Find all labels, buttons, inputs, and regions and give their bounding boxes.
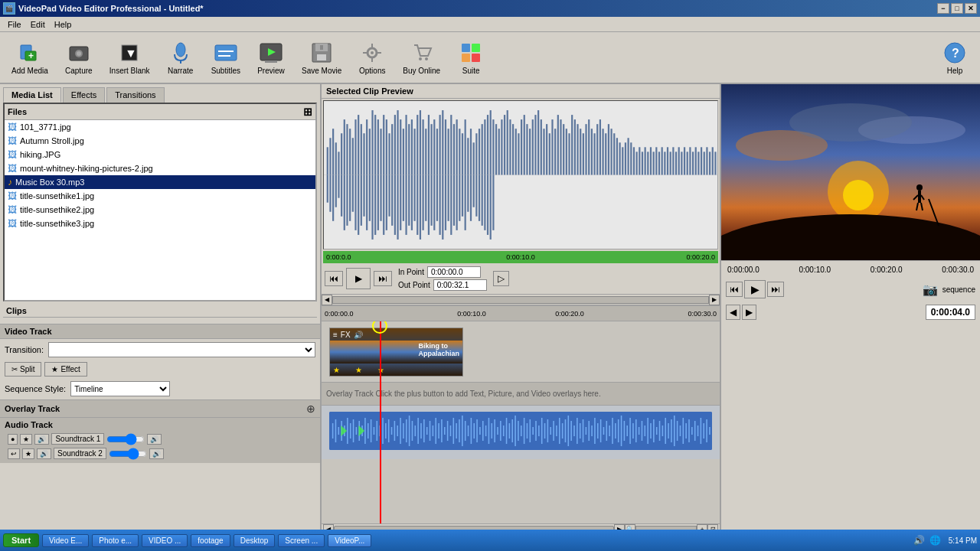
overlay-add-button[interactable]: ⊕ xyxy=(306,403,315,415)
svg-rect-312 xyxy=(556,425,557,436)
svg-rect-202 xyxy=(403,175,404,221)
svg-rect-10 xyxy=(215,45,237,60)
files-expand-icon[interactable]: ⊞ xyxy=(303,106,312,118)
maximize-button[interactable]: □ xyxy=(951,3,963,14)
svg-rect-364 xyxy=(709,427,710,435)
file-item-7[interactable]: 🖼 title-sunsethike3.jpg xyxy=(5,217,315,230)
menu-edit[interactable]: Edit xyxy=(26,18,50,31)
scroll-right-btn[interactable]: ▶ xyxy=(709,295,720,305)
svg-rect-341 xyxy=(642,421,643,441)
help-button[interactable]: ? Help xyxy=(936,37,974,79)
svg-rect-279 xyxy=(459,419,460,442)
menu-help[interactable]: Help xyxy=(50,18,77,31)
clip-audio-btn[interactable]: 🔊 xyxy=(354,331,363,339)
svg-rect-324 xyxy=(591,425,593,436)
insert-blank-button[interactable]: ▼ Insert Blank xyxy=(104,37,155,79)
capture-button[interactable]: Capture xyxy=(60,37,98,79)
preview-go-start-btn[interactable]: ⏮ xyxy=(726,282,743,297)
svg-rect-197 xyxy=(388,175,390,217)
svg-rect-108 xyxy=(529,129,531,174)
taskbar-item-0[interactable]: Video E... xyxy=(42,534,89,547)
file-item-3[interactable]: 🖼 mount-whitney-hiking-pictures-2.jpg xyxy=(5,161,315,175)
svg-rect-307 xyxy=(541,418,543,444)
tab-media-list[interactable]: Media List xyxy=(3,87,61,103)
record-btn[interactable]: ● xyxy=(8,434,18,445)
taskbar-item-6[interactable]: VideoP... xyxy=(328,534,371,547)
minimize-button[interactable]: − xyxy=(937,3,949,14)
file-item-1[interactable]: 🖼 Autumn Stroll.jpg xyxy=(5,134,315,148)
save-movie-button[interactable]: Save Movie xyxy=(296,37,347,79)
taskbar-item-1[interactable]: Photo e... xyxy=(92,534,139,547)
file-item-2[interactable]: 🖼 hiking.JPG xyxy=(5,148,315,161)
svg-rect-74 xyxy=(433,119,435,174)
options-button[interactable]: Options xyxy=(353,37,391,79)
sequence-style-select[interactable]: Timeline xyxy=(70,381,170,396)
soundtrack1-volume[interactable] xyxy=(106,436,145,442)
tab-effects[interactable]: Effects xyxy=(63,87,105,103)
in-point-input[interactable] xyxy=(427,266,481,278)
record-btn-2[interactable]: ↩ xyxy=(8,448,20,459)
svg-rect-50 xyxy=(366,119,368,174)
close-button[interactable]: ✕ xyxy=(965,3,977,14)
svg-rect-353 xyxy=(677,421,678,441)
file-name-5: title-sunsethike1.jpg xyxy=(20,191,94,201)
taskbar-item-5[interactable]: Screen ... xyxy=(278,534,325,547)
narrate-button[interactable]: Narrate xyxy=(162,37,200,79)
snapshot-btn[interactable]: 📷 xyxy=(923,282,938,297)
scroll-left-btn[interactable]: ◀ xyxy=(322,295,332,305)
split-button[interactable]: ✂ Split xyxy=(5,362,41,377)
svg-rect-345 xyxy=(653,419,655,442)
mute-btn[interactable]: 🔊 xyxy=(34,434,49,445)
subtitles-button[interactable]: Subtitles xyxy=(206,37,246,79)
suite-button[interactable]: Suite xyxy=(452,37,490,79)
clip-mark-btn[interactable]: ▷ xyxy=(493,271,509,286)
clip-menu-btn[interactable]: ≡ xyxy=(333,331,338,339)
clip-menu-toolbar: ≡ FX 🔊 xyxy=(330,328,462,341)
file-item-6[interactable]: 🖼 title-sunsethike2.jpg xyxy=(5,203,315,217)
svg-rect-92 xyxy=(484,119,485,174)
svg-rect-318 xyxy=(573,425,575,436)
taskbar-item-4[interactable]: Desktop xyxy=(234,534,276,547)
file-name-0: 101_3771.jpg xyxy=(20,122,71,132)
svg-rect-208 xyxy=(420,175,421,240)
svg-point-8 xyxy=(176,43,185,57)
file-item-5[interactable]: 🖼 title-sunsethike1.jpg xyxy=(5,189,315,203)
next-frame-btn[interactable]: ▶ xyxy=(742,305,756,320)
prev-frame-btn[interactable]: ◀ xyxy=(726,305,740,320)
transition-select[interactable] xyxy=(48,342,315,357)
out-point-input[interactable] xyxy=(433,279,487,291)
clip-go-start-btn[interactable]: ⏮ xyxy=(325,271,343,286)
tab-transitions[interactable]: Transitions xyxy=(106,87,164,103)
svg-rect-294 xyxy=(503,425,505,436)
file-item-0[interactable]: 🖼 101_3771.jpg xyxy=(5,120,315,134)
svg-rect-194 xyxy=(380,175,381,221)
file-name-1: Autumn Stroll.jpg xyxy=(20,136,84,145)
svg-rect-203 xyxy=(405,175,407,235)
svg-rect-136 xyxy=(608,124,609,174)
clip-go-end-btn[interactable]: ⏭ xyxy=(374,271,392,286)
menu-file[interactable]: File xyxy=(3,18,26,31)
solo-btn-2[interactable]: ★ xyxy=(22,448,34,459)
preview-button[interactable]: Preview xyxy=(252,37,290,79)
clip-fx-btn[interactable]: FX xyxy=(341,331,351,339)
taskbar-icons: 🔊 🌐 5:14 PM xyxy=(913,535,977,546)
preview-go-end-btn[interactable]: ⏭ xyxy=(767,282,784,297)
clip-play-btn[interactable]: ▶ xyxy=(346,268,371,289)
soundtrack2-volume[interactable] xyxy=(109,451,147,457)
playhead xyxy=(380,321,381,523)
svg-rect-193 xyxy=(377,175,379,230)
mute-btn-2[interactable]: 🔊 xyxy=(37,448,51,459)
effect-button[interactable]: ★ Effect xyxy=(44,362,87,377)
add-media-button[interactable]: + Add Media xyxy=(6,37,54,79)
audio-waveform-svg xyxy=(329,412,712,450)
taskbar-item-2[interactable]: VIDEO ... xyxy=(142,534,188,547)
svg-rect-38 xyxy=(332,129,334,174)
start-button[interactable]: Start xyxy=(3,533,39,547)
video-clip[interactable]: ≡ FX 🔊 Biking toAppalachian ★ ★ ★ xyxy=(329,328,463,377)
taskbar-item-3[interactable]: footage xyxy=(191,534,230,547)
file-item-4[interactable]: ♪ Music Box 30.mp3 xyxy=(5,175,315,189)
save-movie-icon xyxy=(309,41,334,65)
buy-online-button[interactable]: Buy Online xyxy=(397,37,446,79)
preview-play-btn[interactable]: ▶ xyxy=(744,280,766,298)
solo-btn[interactable]: ★ xyxy=(20,434,32,445)
